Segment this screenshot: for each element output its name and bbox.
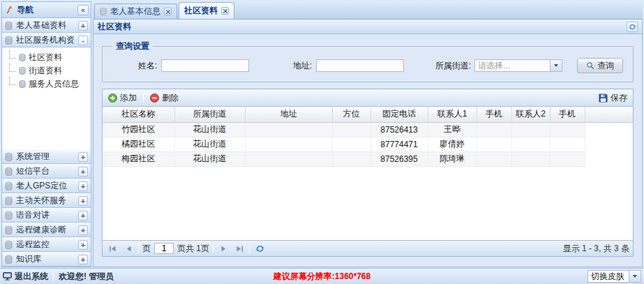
search-button[interactable]: 查询 — [577, 58, 623, 73]
logout-button[interactable]: 退出系统 — [3, 271, 48, 283]
page-number-input[interactable] — [154, 243, 174, 254]
expand-icon[interactable]: + — [78, 255, 88, 264]
close-icon[interactable] — [164, 8, 172, 15]
resolution-notice: 建议屏幕分辨率:1360*768 — [274, 271, 370, 283]
street-label: 所属街道: — [428, 60, 471, 72]
table-header: 社区名称 所属街道 地址 方位 固定电话 联系人1 手机 联系人2 手机 — [103, 107, 633, 122]
column-header[interactable]: 固定电话 — [370, 107, 428, 122]
column-header[interactable]: 联系人1 — [428, 107, 477, 122]
chevron-down-icon[interactable] — [629, 271, 641, 282]
database-icon — [5, 167, 13, 176]
record-count-summary: 显示 1 - 3, 共 3 条 — [563, 243, 629, 255]
tab-community-info[interactable]: 社区资料 — [179, 2, 234, 19]
expand-icon[interactable]: + — [78, 240, 88, 250]
sidebar-group[interactable]: 短信平台 + — [2, 164, 91, 179]
column-header[interactable]: 手机 — [550, 107, 585, 122]
cell-filler — [585, 137, 633, 151]
tree-elbow-line — [9, 63, 16, 72]
sidebar-group[interactable]: 远程健康诊断 + — [2, 223, 91, 237]
first-page-icon[interactable] — [106, 242, 119, 255]
sidebar-group[interactable]: 主动关怀服务 + — [2, 193, 91, 208]
column-header[interactable]: 地址 — [245, 107, 332, 122]
table-row[interactable]: 橘园社区 花山街道 87774471 廖倩婷 — [103, 137, 633, 151]
sidebar-group[interactable]: 语音对讲 + — [2, 208, 91, 223]
cell-phone: 87774471 — [370, 137, 428, 151]
close-icon[interactable] — [221, 7, 229, 15]
tree-elbow-line — [9, 50, 16, 59]
refresh-icon[interactable] — [627, 22, 638, 32]
sidebar-tree-item[interactable]: 街道资料 — [9, 64, 89, 77]
save-button[interactable]: 保存 — [597, 91, 629, 105]
delete-icon — [150, 94, 159, 103]
next-page-icon[interactable] — [217, 242, 230, 255]
database-icon — [19, 67, 26, 75]
sidebar-group-label: 远程健康诊断 — [16, 224, 75, 236]
sidebar-tree-item[interactable]: 服务人员信息 — [9, 77, 89, 91]
cell-mobile1 — [477, 137, 511, 151]
expand-icon[interactable]: + — [78, 152, 88, 162]
expand-icon[interactable]: + — [78, 211, 88, 221]
collapse-icon[interactable]: - — [78, 36, 88, 45]
last-page-icon[interactable] — [233, 242, 246, 255]
table-row[interactable]: 竹园社区 花山街道 87526413 王晔 — [103, 122, 633, 137]
address-input[interactable] — [316, 59, 404, 72]
expand-icon[interactable]: + — [78, 196, 88, 206]
sidebar-group-elder-base[interactable]: 老人基础资料 + — [2, 18, 91, 33]
pager-toolbar: 页 页共 1页 显示 1 - 3, 共 3 条 — [103, 240, 633, 256]
navigation-title: 导航 — [17, 4, 75, 16]
expand-icon[interactable]: + — [78, 167, 88, 177]
expand-icon[interactable]: + — [78, 225, 88, 235]
cell-community-name: 梅园社区 — [103, 151, 174, 166]
pager-separator — [249, 244, 250, 253]
monitor-icon — [3, 272, 12, 281]
sidebar-group[interactable]: 知识库 + — [2, 252, 91, 267]
sidebar-group[interactable]: 远程监控 + — [2, 237, 91, 252]
column-header[interactable]: 手机 — [477, 107, 511, 122]
database-icon — [5, 197, 13, 205]
skin-select[interactable]: 切换皮肤 — [587, 270, 641, 283]
cell-address — [245, 122, 332, 137]
refresh-icon[interactable] — [253, 242, 266, 255]
sidebar-tree: 社区资料 街道资料 服务人员信息 — [2, 47, 91, 149]
tab-strip: 老人基本信息 社区资料 — [93, 1, 643, 20]
sidebar-group-community-orgs[interactable]: 社区服务机构资料 - — [2, 33, 91, 47]
page-total-label: 页共 1页 — [177, 243, 209, 255]
sidebar-tree-item[interactable]: 社区资料 — [9, 51, 89, 64]
expand-icon[interactable]: + — [78, 181, 88, 191]
main-region: 老人基本信息 社区资料 社区资料 查询设置 姓名: 地址: 所属街道: 请选择.… — [93, 1, 643, 267]
street-select-value: 请选择... — [475, 60, 550, 72]
tab-elder-basic-info[interactable]: 老人基本信息 — [94, 3, 177, 19]
delete-button[interactable]: 删除 — [148, 91, 181, 105]
cell-mobile1 — [477, 122, 511, 137]
database-icon — [5, 153, 13, 161]
column-header[interactable]: 所属街道 — [174, 107, 245, 122]
panel-header: 社区资料 — [93, 20, 643, 34]
navigation-panel: 导航 « 老人基础资料 + 社区服务机构资料 - 社区资料 街道资料 — [1, 1, 91, 267]
sidebar-group[interactable]: 老人GPS定位 + — [2, 179, 91, 193]
column-header[interactable]: 联系人2 — [511, 107, 550, 122]
column-header[interactable]: 社区名称 — [103, 107, 174, 122]
cell-street: 花山街道 — [174, 151, 245, 166]
collapse-sidebar-button[interactable]: « — [77, 5, 89, 15]
delete-button-label: 删除 — [162, 92, 179, 104]
sidebar-group-label: 语音对讲 — [16, 209, 75, 221]
sidebar-group-label: 知识库 — [16, 253, 75, 265]
status-bar: 退出系统 欢迎您! 管理员 建议屏幕分辨率:1360*768 切换皮肤 — [0, 268, 644, 284]
grid-toolbar: 添加 删除 保存 — [103, 89, 633, 107]
tree-elbow-line — [9, 77, 16, 85]
sidebar-group[interactable]: 系统管理 + — [2, 149, 91, 164]
sidebar-group-label: 远程监控 — [16, 239, 75, 251]
chevron-down-icon[interactable] — [550, 60, 562, 71]
cell-mobile2 — [550, 151, 585, 166]
name-input[interactable] — [161, 59, 249, 72]
cell-contact2 — [511, 137, 550, 151]
add-button[interactable]: 添加 — [106, 91, 139, 105]
prev-page-icon[interactable] — [122, 242, 135, 255]
database-icon — [5, 226, 13, 234]
expand-icon[interactable]: + — [78, 21, 88, 31]
sidebar-group-label: 老人GPS定位 — [16, 180, 75, 192]
table-row[interactable]: 梅园社区 花山街道 87526395 陈琦琳 — [103, 151, 633, 166]
sidebar-tree-item-label: 街道资料 — [29, 65, 62, 77]
column-header[interactable]: 方位 — [332, 107, 370, 122]
street-select[interactable]: 请选择... — [474, 59, 562, 72]
